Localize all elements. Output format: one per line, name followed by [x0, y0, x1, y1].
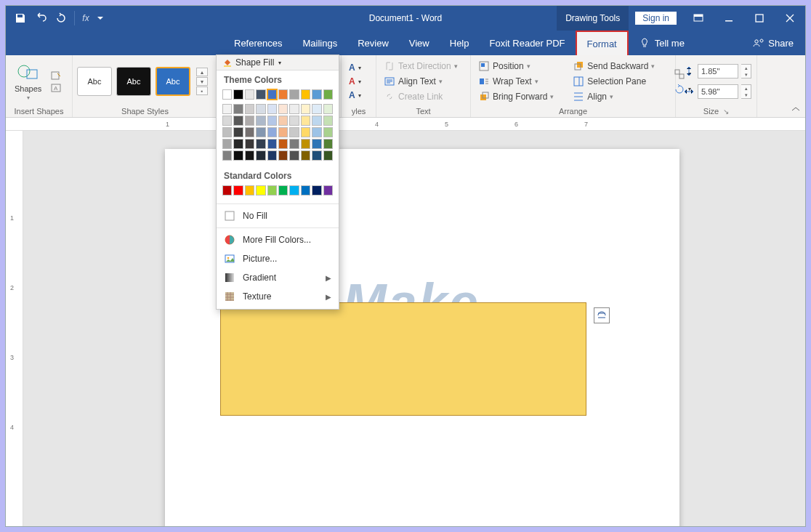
color-swatch[interactable]	[245, 150, 254, 161]
color-swatch[interactable]	[233, 89, 243, 100]
shape-style-3-selected[interactable]: Abc	[156, 67, 190, 96]
color-swatch[interactable]	[256, 139, 265, 149]
align-button[interactable]: Align	[570, 90, 658, 103]
color-swatch[interactable]	[289, 150, 299, 161]
minimize-button[interactable]	[714, 6, 744, 31]
color-swatch[interactable]	[278, 127, 288, 137]
color-swatch[interactable]	[289, 139, 299, 149]
color-swatch[interactable]	[245, 185, 254, 196]
shape-height[interactable]: 1.85" ▴▾	[680, 63, 754, 79]
height-input[interactable]: 1.85"	[698, 64, 738, 78]
color-swatch[interactable]	[323, 104, 333, 114]
text-box-icon[interactable]: A	[50, 83, 63, 93]
color-swatch[interactable]	[323, 89, 333, 100]
color-swatch[interactable]	[256, 150, 265, 161]
color-swatch[interactable]	[267, 116, 277, 126]
color-swatch[interactable]	[312, 104, 321, 114]
color-swatch[interactable]	[267, 139, 277, 149]
drawing-tools-context-tab[interactable]: Drawing Tools	[557, 6, 629, 31]
send-backward-button[interactable]: Send Backward	[570, 60, 658, 73]
color-swatch[interactable]	[301, 116, 310, 126]
shape-fill-button[interactable]: Shape Fill ▾	[217, 55, 339, 70]
width-input[interactable]: 5.98"	[698, 84, 738, 99]
text-direction-button[interactable]: Text Direction	[381, 60, 461, 73]
color-swatch[interactable]	[267, 89, 277, 100]
color-swatch[interactable]	[278, 89, 288, 100]
color-swatch[interactable]	[256, 116, 265, 126]
tab-review[interactable]: Review	[347, 31, 399, 55]
color-swatch[interactable]	[289, 127, 299, 137]
color-swatch[interactable]	[312, 185, 321, 196]
collapse-ribbon-button[interactable]	[791, 105, 801, 114]
color-swatch[interactable]	[278, 150, 288, 161]
dialog-launcher-icon[interactable]: ↘	[723, 108, 729, 116]
color-swatch[interactable]	[267, 185, 277, 196]
color-swatch[interactable]	[233, 104, 243, 114]
no-fill-item[interactable]: No Fill	[217, 206, 339, 225]
color-swatch[interactable]	[245, 127, 254, 137]
color-swatch[interactable]	[289, 104, 299, 114]
tab-foxit[interactable]: Foxit Reader PDF	[480, 31, 576, 55]
color-swatch[interactable]	[245, 104, 254, 114]
layout-options-button[interactable]	[594, 307, 610, 323]
position-button[interactable]: Position	[475, 60, 557, 73]
color-swatch[interactable]	[312, 127, 321, 137]
color-swatch[interactable]	[278, 185, 288, 196]
tell-me[interactable]: Tell me	[629, 37, 695, 49]
shape-style-2[interactable]: Abc	[116, 67, 151, 96]
color-swatch[interactable]	[256, 185, 265, 196]
color-swatch[interactable]	[312, 116, 321, 126]
color-swatch[interactable]	[278, 116, 288, 126]
color-swatch[interactable]	[301, 104, 310, 114]
tab-view[interactable]: View	[399, 31, 440, 55]
horizontal-ruler[interactable]: 1234567	[6, 118, 805, 131]
color-swatch[interactable]	[233, 185, 243, 196]
color-swatch[interactable]	[256, 89, 265, 100]
align-text-button[interactable]: Align Text	[381, 75, 461, 88]
color-swatch[interactable]	[301, 127, 310, 137]
color-swatch[interactable]	[289, 89, 299, 100]
color-swatch[interactable]	[312, 89, 321, 100]
style-gallery-scroll[interactable]: ▴▾▪	[196, 68, 208, 95]
color-swatch[interactable]	[312, 139, 321, 149]
selection-pane-button[interactable]: Selection Pane	[570, 75, 658, 88]
width-spinner[interactable]: ▴▾	[741, 84, 751, 99]
color-swatch[interactable]	[233, 127, 243, 137]
height-spinner[interactable]: ▴▾	[741, 64, 751, 78]
close-button[interactable]	[775, 6, 805, 31]
share-button[interactable]: Share	[741, 37, 805, 49]
sign-in-button[interactable]: Sign in	[634, 11, 677, 25]
text-fill[interactable]: A▾	[346, 62, 364, 73]
page-canvas[interactable]: TipsMake	[23, 131, 805, 526]
color-swatch[interactable]	[233, 139, 243, 149]
color-swatch[interactable]	[256, 127, 265, 137]
color-swatch[interactable]	[222, 116, 232, 126]
text-effects[interactable]: A▾	[346, 89, 364, 101]
wrap-text-button[interactable]: Wrap Text	[475, 75, 557, 88]
color-swatch[interactable]	[222, 104, 232, 114]
tab-references[interactable]: References	[224, 31, 292, 55]
color-swatch[interactable]	[289, 185, 299, 196]
color-swatch[interactable]	[323, 116, 333, 126]
color-swatch[interactable]	[267, 150, 277, 161]
color-swatch[interactable]	[301, 139, 310, 149]
shapes-gallery-button[interactable]: Shapes ▾	[10, 60, 46, 104]
tab-mailings[interactable]: Mailings	[292, 31, 347, 55]
color-swatch[interactable]	[222, 139, 232, 149]
gradient-fill-item[interactable]: Gradient ▶	[217, 268, 339, 287]
tab-format[interactable]: Format	[576, 31, 629, 55]
color-swatch[interactable]	[222, 150, 232, 161]
color-swatch[interactable]	[245, 139, 254, 149]
qat-customize[interactable]	[94, 8, 107, 28]
color-swatch[interactable]	[323, 185, 333, 196]
color-swatch[interactable]	[289, 116, 299, 126]
undo-button[interactable]	[31, 8, 51, 28]
color-swatch[interactable]	[323, 127, 333, 137]
color-swatch[interactable]	[312, 150, 321, 161]
color-swatch[interactable]	[301, 89, 310, 100]
text-outline[interactable]: A▾	[346, 76, 364, 87]
color-swatch[interactable]	[278, 104, 288, 114]
color-swatch[interactable]	[233, 150, 243, 161]
save-button[interactable]	[10, 8, 31, 28]
edit-shape-icon[interactable]	[50, 70, 63, 81]
